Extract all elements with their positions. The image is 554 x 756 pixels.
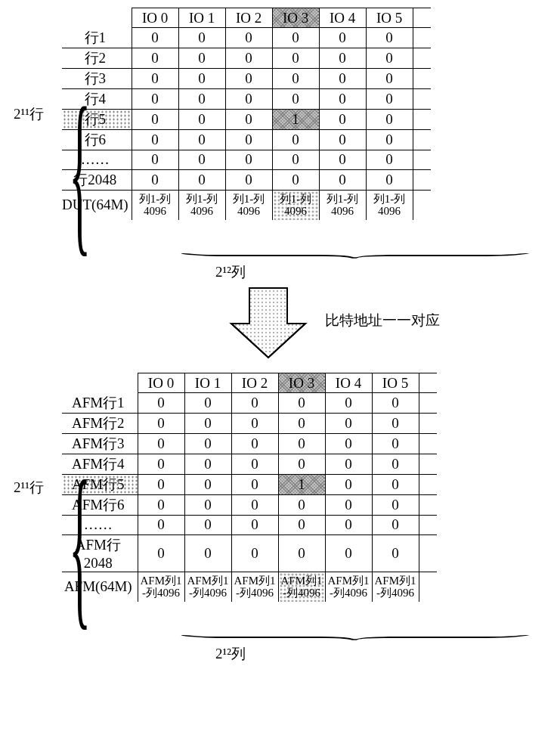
cell: 0 xyxy=(132,28,178,48)
cell: 0 xyxy=(325,534,372,572)
cell: 0 xyxy=(325,494,372,515)
cell: 0 xyxy=(278,494,325,515)
cell: 0 xyxy=(372,454,419,474)
cell: 0 xyxy=(178,109,225,129)
cell: 0 xyxy=(231,413,278,433)
footer-cell: AFM列1-列4096 xyxy=(372,572,419,602)
footer-cell: AFM列1-列4096 xyxy=(325,572,372,602)
cell: 0 xyxy=(178,48,225,68)
cell: 0 xyxy=(231,393,278,414)
cell: 0 xyxy=(178,68,225,88)
cell: 0 xyxy=(231,494,278,515)
io-header: IO 0 xyxy=(138,373,184,393)
cell: 0 xyxy=(132,88,178,109)
dut-row-group-label: 2¹¹行 { xyxy=(8,104,50,124)
cell: 0 xyxy=(319,28,366,48)
dut-grid: IO 0IO 1IO 2IO 3IO 4IO 5行1000000行2000000… xyxy=(62,8,431,220)
io-header: IO 3 xyxy=(278,373,325,393)
cell: 0 xyxy=(366,28,413,48)
afm-table-block: 2¹¹行 { IO 0IO 1IO 2IO 3IO 4IO 5AFM行10000… xyxy=(8,373,546,602)
cell: 0 xyxy=(132,150,178,169)
cell: 0 xyxy=(178,150,225,169)
svg-rect-1 xyxy=(249,288,287,324)
footer-cell: 列1-列4096 xyxy=(366,190,413,220)
cell: 0 xyxy=(278,433,325,454)
cell: 0 xyxy=(319,68,366,88)
cell: 0 xyxy=(184,515,231,534)
cell: 0 xyxy=(272,88,319,109)
cell: 0 xyxy=(225,129,272,150)
io-header: IO 4 xyxy=(319,8,366,28)
cell: 0 xyxy=(225,109,272,129)
cell: 0 xyxy=(184,413,231,433)
cell: 0 xyxy=(278,393,325,414)
brace-bottom-icon: ︸ xyxy=(170,627,555,652)
dut-col-brace: ︸ xyxy=(91,220,546,262)
brace-bottom-icon: ︸ xyxy=(170,245,555,271)
cell: 0 xyxy=(178,88,225,109)
cell: 0 xyxy=(231,454,278,474)
cell: 0 xyxy=(132,109,178,129)
io-header: IO 3 xyxy=(272,8,319,28)
cell: 0 xyxy=(272,48,319,68)
cell: 0 xyxy=(178,169,225,190)
footer-cell: 列1-列4096 xyxy=(178,190,225,220)
io-header: IO 5 xyxy=(372,373,419,393)
cell: 0 xyxy=(225,150,272,169)
cell: 0 xyxy=(184,433,231,454)
afm-grid: IO 0IO 1IO 2IO 3IO 4IO 5AFM行1000000AFM行2… xyxy=(62,373,437,602)
cell: 0 xyxy=(272,150,319,169)
cell: 0 xyxy=(132,48,178,68)
io-header: IO 1 xyxy=(184,373,231,393)
cell: 0 xyxy=(372,515,419,534)
cell: 0 xyxy=(325,474,372,494)
cell: 0 xyxy=(231,515,278,534)
row-header: AFM行2 xyxy=(62,413,138,433)
cell: 0 xyxy=(138,515,184,534)
cell: 0 xyxy=(325,433,372,454)
cell: 0 xyxy=(325,515,372,534)
io-header: IO 2 xyxy=(231,373,278,393)
cell: 0 xyxy=(372,393,419,414)
cell: 0 xyxy=(319,48,366,68)
cell: 0 xyxy=(272,28,319,48)
svg-marker-2 xyxy=(231,324,305,358)
footer-cell: AFM列1-列4096 xyxy=(184,572,231,602)
cell: 0 xyxy=(366,150,413,169)
cell: 0 xyxy=(372,494,419,515)
cell: 0 xyxy=(138,454,184,474)
cell: 0 xyxy=(319,129,366,150)
cell: 0 xyxy=(138,474,184,494)
afm-col-brace: ︸ xyxy=(91,602,546,644)
cell: 0 xyxy=(325,393,372,414)
cell: 0 xyxy=(278,454,325,474)
cell: 0 xyxy=(319,150,366,169)
cell: 0 xyxy=(138,534,184,572)
cell: 0 xyxy=(366,129,413,150)
mapping-arrow-block: 比特地址一一对应 xyxy=(8,282,546,373)
down-arrow-icon xyxy=(227,282,310,365)
cell: 0 xyxy=(325,413,372,433)
footer-cell: 列1-列4096 xyxy=(319,190,366,220)
footer-cell: AFM列1-列4096 xyxy=(278,572,325,602)
cell: 0 xyxy=(138,393,184,414)
cell: 0 xyxy=(366,68,413,88)
afm-row-group-label: 2¹¹行 { xyxy=(8,478,50,497)
cell: 0 xyxy=(372,433,419,454)
cell: 0 xyxy=(225,68,272,88)
cell: 0 xyxy=(184,454,231,474)
cell: 1 xyxy=(278,474,325,494)
cell: 0 xyxy=(138,494,184,515)
cell: 0 xyxy=(372,413,419,433)
row-group-text: 2¹¹行 xyxy=(14,106,44,122)
footer-cell: 列1-列4096 xyxy=(272,190,319,220)
cell: 0 xyxy=(138,433,184,454)
cell: 0 xyxy=(372,474,419,494)
cell: 0 xyxy=(231,433,278,454)
cell: 0 xyxy=(225,28,272,48)
footer-cell: AFM列1-列4096 xyxy=(231,572,278,602)
io-header: IO 4 xyxy=(325,373,372,393)
cell: 0 xyxy=(132,129,178,150)
cell: 0 xyxy=(278,534,325,572)
cell: 0 xyxy=(132,68,178,88)
